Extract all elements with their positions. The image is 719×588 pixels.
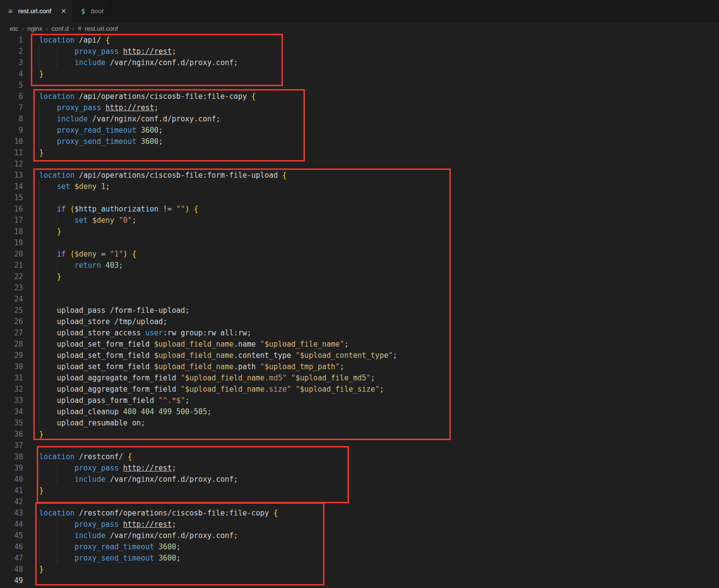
code-line[interactable]: 10 proxy_send_timeout 3600;	[0, 136, 719, 147]
code-text[interactable]	[39, 496, 719, 508]
breadcrumb-item-file[interactable]: rest.url.conf	[85, 25, 118, 32]
tab-boot[interactable]: $ boot	[73, 0, 110, 22]
code-text[interactable]: upload_cleanup 400 404 499 500-505;	[39, 406, 719, 418]
code-line[interactable]: 34 upload_cleanup 400 404 499 500-505;	[0, 406, 719, 418]
code-line[interactable]: 40 include /var/nginx/conf.d/proxy.conf;	[0, 474, 719, 485]
code-line[interactable]: 31 upload_aggregate_form_field "$upload_…	[0, 373, 719, 384]
code-text[interactable]: proxy_pass http://rest;	[39, 102, 719, 114]
code-text[interactable]: location /api/operations/ciscosb-file:fi…	[39, 91, 719, 102]
close-icon[interactable]: ×	[61, 7, 66, 15]
code-line[interactable]: 20 if ($deny = "1") {	[0, 249, 719, 260]
code-line[interactable]: 3 include /var/nginx/conf.d/proxy.conf;	[0, 57, 719, 69]
code-text[interactable]: proxy_pass http://rest;	[39, 463, 719, 474]
code-editor[interactable]: 1location /api/ {2 proxy_pass http://res…	[0, 35, 719, 587]
code-text[interactable]: }	[39, 147, 719, 159]
code-line[interactable]: 48}	[0, 564, 719, 575]
code-text[interactable]: location /restconf/operations/ciscosb-fi…	[39, 508, 719, 519]
code-area[interactable]: 1location /api/ {2 proxy_pass http://res…	[0, 35, 719, 587]
code-line[interactable]: 47 proxy_send_timeout 3600;	[0, 553, 719, 564]
code-text[interactable]: upload_resumable on;	[39, 418, 719, 429]
code-line[interactable]: 17 set $deny "0";	[0, 215, 719, 226]
code-line[interactable]: 28 upload_set_form_field $upload_field_n…	[0, 339, 719, 350]
code-line[interactable]: 23	[0, 282, 719, 294]
code-line[interactable]: 9 proxy_read_timeout 3600;	[0, 125, 719, 136]
code-line[interactable]: 1location /api/ {	[0, 35, 719, 46]
code-line[interactable]: 13location /api/operations/ciscosb-file:…	[0, 170, 719, 181]
code-text[interactable]: proxy_read_timeout 3600;	[39, 125, 719, 136]
code-text[interactable]: upload_store /tmp/upload;	[39, 316, 719, 328]
code-text[interactable]	[39, 192, 719, 204]
code-line[interactable]: 2 proxy_pass http://rest;	[0, 46, 719, 57]
code-line[interactable]: 4}	[0, 69, 719, 80]
code-line[interactable]: 5	[0, 80, 719, 91]
code-text[interactable]: upload_aggregate_form_field "$upload_fie…	[39, 384, 719, 395]
code-text[interactable]: }	[39, 564, 719, 575]
code-text[interactable]: if ($deny = "1") {	[39, 249, 719, 260]
code-text[interactable]	[39, 294, 719, 305]
tab-rest-url-conf[interactable]: ≡ rest.url.conf ×	[0, 0, 73, 22]
code-line[interactable]: 35 upload_resumable on;	[0, 418, 719, 429]
code-text[interactable]: upload_aggregate_form_field "$upload_fie…	[39, 373, 719, 384]
code-text[interactable]: }	[39, 69, 719, 80]
breadcrumb-item-etc[interactable]: etc	[10, 25, 18, 32]
code-line[interactable]: 22 }	[0, 271, 719, 282]
code-text[interactable]: upload_pass_form_field "^.*$";	[39, 395, 719, 406]
code-line[interactable]: 33 upload_pass_form_field "^.*$";	[0, 395, 719, 406]
code-text[interactable]	[39, 575, 719, 587]
code-line[interactable]: 16 if ($http_authorization != "") {	[0, 204, 719, 215]
code-text[interactable]: }	[39, 485, 719, 496]
code-text[interactable]	[39, 282, 719, 294]
code-line[interactable]: 15	[0, 192, 719, 204]
code-text[interactable]: proxy_pass http://rest;	[39, 46, 719, 57]
code-text[interactable]: upload_set_form_field $upload_field_name…	[39, 361, 719, 373]
code-text[interactable]: include /var/nginx/conf.d/proxy.conf;	[39, 114, 719, 125]
code-text[interactable]	[39, 237, 719, 249]
code-text[interactable]: upload_pass /form-file-upload;	[39, 305, 719, 316]
code-line[interactable]: 14 set $deny 1;	[0, 181, 719, 192]
code-text[interactable]: }	[39, 226, 719, 237]
code-line[interactable]: 46 proxy_read_timeout 3600;	[0, 541, 719, 553]
code-text[interactable]	[39, 80, 719, 91]
code-text[interactable]: upload_set_form_field $upload_field_name…	[39, 350, 719, 361]
code-text[interactable]: include /var/nginx/conf.d/proxy.conf;	[39, 530, 719, 541]
code-line[interactable]: 45 include /var/nginx/conf.d/proxy.conf;	[0, 530, 719, 541]
code-line[interactable]: 27 upload_store_access user:rw group:rw …	[0, 328, 719, 339]
code-line[interactable]: 43location /restconf/operations/ciscosb-…	[0, 508, 719, 519]
code-line[interactable]: 18 }	[0, 226, 719, 237]
code-line[interactable]: 21 return 403;	[0, 260, 719, 271]
code-line[interactable]: 38location /restconf/ {	[0, 451, 719, 463]
code-text[interactable]: proxy_send_timeout 3600;	[39, 553, 719, 564]
code-text[interactable]: proxy_pass http://rest;	[39, 519, 719, 530]
code-text[interactable]: set $deny "0";	[39, 215, 719, 226]
code-text[interactable]	[39, 440, 719, 451]
code-line[interactable]: 30 upload_set_form_field $upload_field_n…	[0, 361, 719, 373]
code-line[interactable]: 6location /api/operations/ciscosb-file:f…	[0, 91, 719, 102]
code-line[interactable]: 12	[0, 159, 719, 170]
breadcrumb-item-nginx[interactable]: nginx	[27, 25, 43, 32]
code-text[interactable]: }	[39, 271, 719, 282]
code-text[interactable]: location /api/ {	[39, 35, 719, 46]
code-line[interactable]: 11}	[0, 147, 719, 159]
code-line[interactable]: 37	[0, 440, 719, 451]
code-text[interactable]: location /api/operations/ciscosb-file:fo…	[39, 170, 719, 181]
code-line[interactable]: 49	[0, 575, 719, 587]
code-text[interactable]: upload_store_access user:rw group:rw all…	[39, 328, 719, 339]
code-line[interactable]: 42	[0, 496, 719, 508]
code-line[interactable]: 39 proxy_pass http://rest;	[0, 463, 719, 474]
code-line[interactable]: 44 proxy_pass http://rest;	[0, 519, 719, 530]
code-text[interactable]: location /restconf/ {	[39, 451, 719, 463]
code-line[interactable]: 32 upload_aggregate_form_field "$upload_…	[0, 384, 719, 395]
code-text[interactable]: proxy_read_timeout 3600;	[39, 541, 719, 553]
code-line[interactable]: 29 upload_set_form_field $upload_field_n…	[0, 350, 719, 361]
code-line[interactable]: 26 upload_store /tmp/upload;	[0, 316, 719, 328]
code-line[interactable]: 8 include /var/nginx/conf.d/proxy.conf;	[0, 114, 719, 125]
code-line[interactable]: 19	[0, 237, 719, 249]
code-text[interactable]: proxy_send_timeout 3600;	[39, 136, 719, 147]
code-text[interactable]: set $deny 1;	[39, 181, 719, 192]
code-line[interactable]: 41}	[0, 485, 719, 496]
code-text[interactable]: include /var/nginx/conf.d/proxy.conf;	[39, 474, 719, 485]
code-line[interactable]: 36}	[0, 429, 719, 440]
code-line[interactable]: 25 upload_pass /form-file-upload;	[0, 305, 719, 316]
code-text[interactable]: include /var/nginx/conf.d/proxy.conf;	[39, 57, 719, 69]
code-line[interactable]: 7 proxy_pass http://rest;	[0, 102, 719, 114]
